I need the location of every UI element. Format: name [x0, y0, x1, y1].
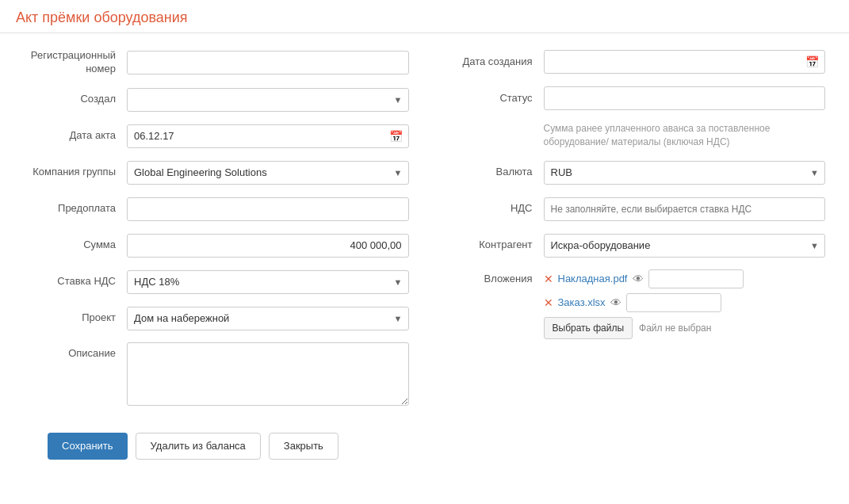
reg-number-input[interactable] — [127, 51, 409, 74]
attachment-link-2[interactable]: Заказ.xlsx — [558, 296, 606, 308]
amount-input[interactable] — [127, 234, 409, 258]
project-label: Проект — [24, 311, 127, 325]
vat-label: НДС — [441, 202, 544, 216]
description-label: Описание — [24, 347, 127, 361]
contractor-label: Контрагент — [441, 239, 544, 252]
prepayment-input[interactable] — [127, 197, 409, 221]
vat-wrapper — [544, 197, 826, 221]
company-label: Компания группы — [24, 166, 127, 179]
project-wrapper: Дом на набережной ▼ — [127, 307, 409, 330]
creation-date-calendar-icon[interactable]: 📅 — [805, 55, 819, 68]
currency-label: Валюта — [441, 166, 544, 179]
reg-number-label: Регистрационный номер — [24, 49, 127, 76]
attachment-delete-2-icon[interactable]: ✕ — [544, 296, 553, 309]
close-button[interactable]: Закрыть — [269, 433, 338, 460]
act-date-calendar-icon[interactable]: 📅 — [389, 130, 403, 143]
page-title: Акт прёмки оборудования — [16, 10, 833, 26]
act-date-input[interactable] — [127, 124, 409, 148]
delete-from-balance-button[interactable]: Удалить из баланса — [136, 433, 261, 460]
company-wrapper: Global Engineering Solutions ▼ — [127, 161, 409, 185]
attachment-delete-1-icon[interactable]: ✕ — [544, 273, 553, 285]
prepayment-label: Предоплата — [24, 202, 127, 216]
creation-date-input[interactable] — [544, 50, 826, 74]
vat-rate-label: Ставка НДС — [24, 275, 127, 288]
contractor-wrapper: Искра-оборудование ▼ — [544, 234, 826, 258]
footer-buttons: Сохранить Удалить из баланса Закрыть — [24, 417, 825, 475]
created-by-label: Создал — [24, 93, 127, 106]
creation-date-wrapper: 📅 — [544, 50, 826, 74]
contractor-select[interactable]: Искра-оборудование — [544, 234, 826, 258]
prepayment-hint: Сумма ранее уплаченного аванса за постав… — [544, 122, 826, 149]
currency-select[interactable]: RUB USD EUR — [544, 161, 826, 185]
amount-label: Сумма — [24, 239, 127, 252]
status-label: Статус — [441, 92, 544, 105]
creation-date-label: Дата создания — [441, 55, 544, 69]
act-date-label: Дата акта — [24, 129, 127, 143]
attachment-item-1: ✕ Накладная.pdf 👁 — [544, 269, 826, 288]
project-select[interactable]: Дом на набережной — [127, 307, 409, 330]
save-button[interactable]: Сохранить — [48, 433, 128, 460]
attachments-section: ✕ Накладная.pdf 👁 ✕ Заказ.xlsx 👁 — [544, 269, 826, 339]
attachments-label: Вложения — [441, 273, 544, 286]
vat-input[interactable] — [544, 197, 826, 221]
vat-rate-select[interactable]: НДС 18% — [127, 270, 409, 294]
created-by-select[interactable] — [127, 88, 409, 112]
vat-rate-wrapper: НДС 18% ▼ — [127, 270, 409, 294]
currency-wrapper: RUB USD EUR ▼ — [544, 161, 826, 185]
file-no-selected-text: Файл не выбран — [639, 323, 711, 334]
attachment-eye-1-icon[interactable]: 👁 — [633, 273, 644, 285]
file-upload-row: Выбрать файлы Файл не выбран — [544, 317, 826, 339]
attachment-comment-2[interactable] — [626, 293, 721, 312]
attachment-comment-1[interactable] — [648, 269, 744, 288]
attachment-link-1[interactable]: Накладная.pdf — [558, 273, 628, 284]
status-input[interactable] — [544, 86, 826, 110]
description-textarea[interactable] — [127, 342, 409, 406]
attachment-item-2: ✕ Заказ.xlsx 👁 — [544, 293, 826, 312]
attachment-eye-2-icon[interactable]: 👁 — [610, 296, 621, 309]
created-by-wrapper: ▼ — [127, 88, 409, 112]
company-select[interactable]: Global Engineering Solutions — [127, 161, 409, 185]
choose-files-button[interactable]: Выбрать файлы — [544, 317, 633, 339]
act-date-wrapper: 📅 — [127, 124, 409, 148]
